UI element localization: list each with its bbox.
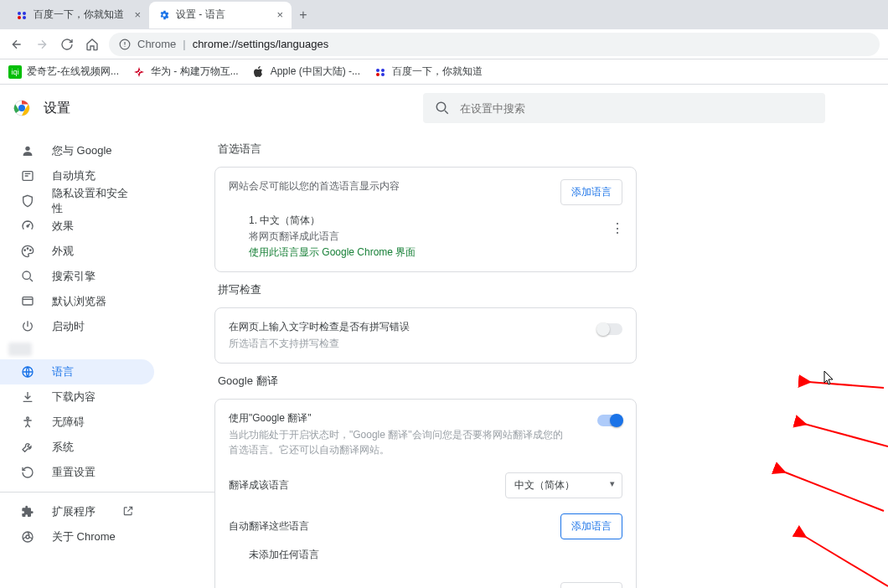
auto-translate-add-button[interactable]: 添加语言: [560, 513, 622, 539]
spellcheck-toggle: [597, 323, 622, 335]
svg-point-6: [381, 69, 385, 72]
settings-sidebar: 您与 Google 自动填充 隐私设置和安全性 效果 外观 搜索引擎 默认浏览器…: [0, 132, 214, 588]
extension-icon: [20, 504, 35, 519]
browser-icon: [20, 294, 35, 309]
svg-point-16: [27, 248, 28, 249]
person-icon: [20, 143, 35, 158]
home-button[interactable]: [84, 36, 101, 53]
apple-icon: [252, 65, 266, 79]
spellcheck-card: 在网页上输入文字时检查是否有拼写错误 所选语言不支持拼写检查: [214, 307, 637, 364]
svg-point-1: [23, 12, 26, 15]
translate-to-label: 翻译成该语言: [229, 478, 289, 493]
svg-rect-19: [23, 297, 33, 305]
site-info-icon[interactable]: [119, 39, 131, 50]
section-title-spellcheck: 拼写检查: [218, 282, 633, 297]
tab-strip: 百度一下，你就知道 × 设置 - 语言 × +: [0, 0, 888, 29]
svg-point-15: [24, 250, 25, 250]
nav-autofill[interactable]: 自动填充: [0, 163, 154, 188]
lang-name: 1. 中文（简体）: [249, 214, 622, 228]
translate-to-select[interactable]: 中文（简体）: [505, 472, 622, 498]
svg-point-22: [23, 532, 33, 542]
lang-ui-label: 使用此语言显示 Google Chrome 界面: [249, 245, 622, 260]
external-link-icon: [122, 505, 134, 519]
nav-extensions[interactable]: 扩展程序: [0, 499, 154, 524]
accessibility-icon: [20, 415, 35, 430]
palette-icon: [20, 244, 35, 259]
nav-reset[interactable]: 重置设置: [0, 460, 154, 485]
svg-point-14: [27, 225, 28, 227]
bookmark-huawei[interactable]: 华为 - 构建万物互...: [132, 64, 239, 79]
baidu-icon: [374, 65, 387, 79]
svg-point-3: [23, 16, 26, 19]
nav-accessibility[interactable]: 无障碍: [0, 410, 154, 435]
address-bar[interactable]: Chrome | chrome://settings/languages: [109, 33, 880, 56]
settings-header: 设置: [0, 85, 888, 132]
more-options-icon[interactable]: ⋮: [611, 220, 624, 236]
spellcheck-sub: 所选语言不支持拼写检查: [229, 336, 410, 351]
chrome-icon: [20, 529, 35, 544]
nav-search-engine[interactable]: 搜索引擎: [0, 264, 154, 289]
svg-point-0: [18, 12, 21, 15]
omnibox-scheme: Chrome: [137, 38, 176, 50]
svg-point-2: [18, 16, 21, 19]
bookmark-iqiyi[interactable]: iqi爱奇艺-在线视频网...: [8, 64, 119, 79]
tab-close-icon[interactable]: ×: [134, 8, 141, 21]
download-icon: [20, 389, 35, 405]
svg-point-23: [26, 535, 29, 539]
auto-translate-label: 自动翻译这些语言: [229, 519, 309, 534]
shield-icon: [20, 193, 35, 209]
nav-system[interactable]: 系统: [0, 435, 154, 460]
nav-default-browser[interactable]: 默认浏览器: [0, 289, 154, 314]
tab-settings[interactable]: 设置 - 语言 ×: [149, 2, 292, 28]
tab-baidu[interactable]: 百度一下，你就知道 ×: [7, 2, 149, 28]
search-icon: [435, 101, 450, 116]
baidu-favicon: [15, 8, 28, 22]
nav-performance[interactable]: 效果: [0, 214, 154, 239]
nav-privacy[interactable]: 隐私设置和安全性: [0, 188, 154, 214]
wrench-icon: [20, 440, 35, 455]
settings-content: 首选语言 网站会尽可能以您的首选语言显示内容 添加语言 1. 中文（简体） 将网…: [214, 132, 888, 588]
nav-separator: [0, 492, 214, 493]
toolbar: Chrome | chrome://settings/languages: [0, 29, 888, 59]
gear-icon: [157, 8, 171, 22]
back-button[interactable]: [8, 36, 25, 53]
svg-point-21: [27, 417, 29, 420]
use-translate-toggle[interactable]: [597, 415, 622, 426]
iqiyi-icon: iqi: [8, 65, 22, 79]
forward-button[interactable]: [34, 36, 50, 53]
nav-on-startup[interactable]: 启动时: [0, 314, 154, 339]
globe-icon: [20, 364, 35, 379]
preferred-language-entry[interactable]: 1. 中文（简体） 将网页翻译成此语言 使用此语言显示 Google Chrom…: [229, 214, 622, 260]
svg-point-10: [18, 105, 25, 111]
use-translate-desc: 当此功能处于开启状态时，"Google 翻译"会询问您是否要将网站翻译成您的首选…: [229, 427, 564, 457]
never-translate-add-button[interactable]: 添加语言: [560, 582, 622, 588]
section-title-translate: Google 翻译: [218, 374, 633, 389]
nav-downloads[interactable]: 下载内容: [0, 384, 154, 410]
preferred-languages-card: 网站会尽可能以您的首选语言显示内容 添加语言 1. 中文（简体） 将网页翻译成此…: [214, 167, 637, 272]
svg-point-18: [23, 271, 30, 279]
settings-search-input[interactable]: [460, 102, 813, 115]
lang-sub: 将网页翻译成此语言: [249, 230, 622, 244]
nav-you-and-google[interactable]: 您与 Google: [0, 138, 154, 163]
spellcheck-label: 在网页上输入文字时检查是否有拼写错误: [229, 320, 410, 334]
bookmark-baidu[interactable]: 百度一下，你就知道: [374, 64, 483, 79]
bookmark-apple[interactable]: Apple (中国大陆) -...: [252, 64, 360, 79]
tab-title: 百度一下，你就知道: [34, 8, 124, 22]
nav-languages[interactable]: 语言: [0, 359, 154, 384]
nav-appearance[interactable]: 外观: [0, 239, 154, 264]
new-tab-button[interactable]: +: [292, 3, 315, 27]
svg-point-8: [381, 73, 385, 76]
reload-button[interactable]: [59, 36, 75, 53]
add-language-button[interactable]: 添加语言: [560, 179, 622, 205]
svg-point-5: [376, 69, 379, 72]
section-title-preferred: 首选语言: [218, 142, 633, 157]
reset-icon: [20, 465, 35, 480]
autofill-icon: [20, 168, 35, 183]
nav-about[interactable]: 关于 Chrome: [0, 524, 154, 549]
tab-title: 设置 - 语言: [176, 8, 225, 22]
preferred-desc: 网站会尽可能以您的首选语言显示内容: [229, 179, 400, 193]
tab-close-icon[interactable]: ×: [276, 8, 283, 21]
obscured-region: [0, 339, 34, 359]
settings-search[interactable]: [423, 93, 825, 123]
svg-point-12: [25, 147, 29, 151]
